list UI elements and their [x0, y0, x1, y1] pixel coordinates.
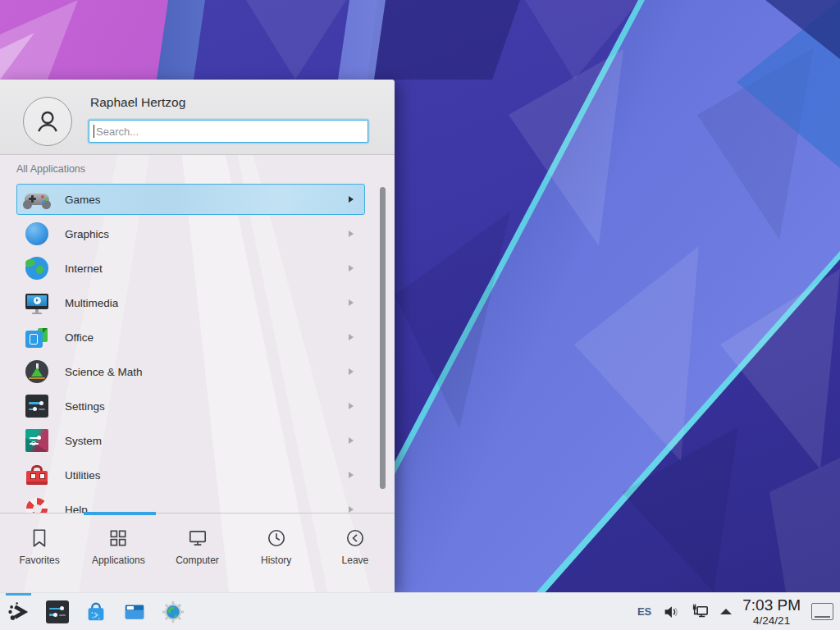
tray-expander-caret-icon[interactable]: [720, 609, 732, 614]
person-icon: [33, 107, 62, 136]
category-settings[interactable]: Settings: [16, 390, 365, 422]
search-box[interactable]: [89, 120, 368, 143]
taskbar-app-icons: [0, 593, 185, 630]
sliders-dark-icon: [24, 393, 50, 419]
toolbox-icon: [24, 462, 50, 488]
category-label: Office: [65, 331, 94, 344]
category-label: System: [65, 435, 102, 447]
category-label: Graphics: [65, 228, 109, 240]
discover-bag-icon: [84, 600, 108, 624]
submenu-arrow-icon: [349, 368, 354, 375]
show-desktop-button[interactable]: [811, 603, 833, 620]
category-science-math[interactable]: Science & Math: [16, 356, 365, 387]
category-label: Settings: [65, 400, 105, 413]
tabbar-separator: [0, 513, 395, 514]
kde-launcher-icon: [7, 600, 31, 624]
monitor-play-icon: [24, 290, 50, 316]
user-avatar[interactable]: [23, 97, 72, 146]
taskbar-panel: ES 7:03 PM 4/24/21: [0, 592, 840, 630]
system-settings-icon: [44, 599, 71, 625]
wired-network-icon[interactable]: [691, 602, 710, 621]
bookmark-icon: [29, 527, 50, 549]
system-tray: ES 7:03 PM 4/24/21: [637, 593, 840, 630]
clock-date: 4/24/21: [742, 615, 801, 627]
category-games[interactable]: Games: [16, 184, 365, 215]
section-label: All Applications: [16, 163, 85, 175]
submenu-arrow-icon: [349, 196, 354, 203]
submenu-arrow-icon: [349, 437, 354, 444]
tab-applications[interactable]: Applications: [79, 515, 158, 592]
system-settings-button[interactable]: [44, 593, 70, 630]
category-label: Science & Math: [65, 366, 143, 378]
tab-favorites[interactable]: Favorites: [0, 515, 79, 592]
tab-computer[interactable]: Computer: [158, 515, 236, 592]
category-internet[interactable]: Internet: [16, 253, 365, 284]
category-utilities[interactable]: Utilities: [16, 459, 365, 491]
tab-leave[interactable]: Leave: [316, 515, 395, 592]
dolphin-file-manager-button[interactable]: [121, 593, 147, 630]
lifebuoy-icon: [24, 496, 50, 513]
tab-history[interactable]: History: [237, 515, 316, 592]
category-label: Utilities: [65, 469, 101, 482]
folder-icon: [122, 600, 147, 624]
submenu-arrow-icon: [349, 334, 354, 340]
volume-icon[interactable]: [662, 603, 680, 621]
monitor-icon: [187, 527, 208, 549]
search-input[interactable]: [89, 121, 368, 142]
desktop-screen: Raphael Hertzog All Applications Games G…: [0, 0, 840, 630]
submenu-arrow-icon: [349, 231, 354, 237]
scrollbar-thumb[interactable]: [380, 187, 386, 489]
category-label: Internet: [65, 262, 103, 275]
kickoff-launcher-button[interactable]: [6, 593, 31, 630]
documents-icon: [24, 324, 50, 350]
submenu-arrow-icon: [349, 506, 354, 513]
category-graphics[interactable]: Graphics: [16, 218, 365, 249]
category-multimedia[interactable]: Multimedia: [16, 287, 365, 318]
konqueror-browser-button[interactable]: [160, 593, 185, 630]
clock-time: 7:03 PM: [742, 597, 801, 613]
category-list: Games Graphics Internet Multimedia O: [0, 184, 395, 513]
digital-clock[interactable]: 7:03 PM 4/24/21: [742, 597, 801, 627]
category-label: Games: [65, 194, 101, 206]
user-name: Raphael Hertzog: [90, 95, 185, 110]
globe-icon: [24, 255, 50, 281]
submenu-arrow-icon: [349, 403, 354, 409]
keyboard-layout-indicator[interactable]: ES: [637, 605, 651, 618]
discover-store-button[interactable]: [83, 593, 108, 630]
submenu-arrow-icon: [349, 265, 354, 272]
category-help[interactable]: Help: [16, 494, 365, 513]
submenu-arrow-icon: [349, 472, 354, 478]
launcher-tab-bar: Favorites Applications C: [0, 515, 395, 592]
gamepad-icon: [24, 186, 50, 212]
category-system[interactable]: System: [16, 425, 365, 456]
kickoff-launcher-popup: Raphael Hertzog All Applications Games G…: [0, 80, 395, 592]
category-office[interactable]: Office: [16, 322, 365, 353]
grid-icon: [107, 527, 129, 549]
sliders-gradient-icon: [24, 427, 50, 454]
globe-gear-icon: [161, 600, 185, 624]
submenu-arrow-icon: [349, 299, 354, 306]
flask-icon: [24, 358, 50, 385]
launcher-header: Raphael Hertzog: [0, 80, 395, 155]
category-label: Multimedia: [65, 297, 118, 309]
active-task-indicator: [6, 593, 31, 596]
back-circle-icon: [345, 527, 366, 549]
clock-icon: [266, 527, 287, 549]
blue-sphere-icon: [24, 221, 50, 247]
